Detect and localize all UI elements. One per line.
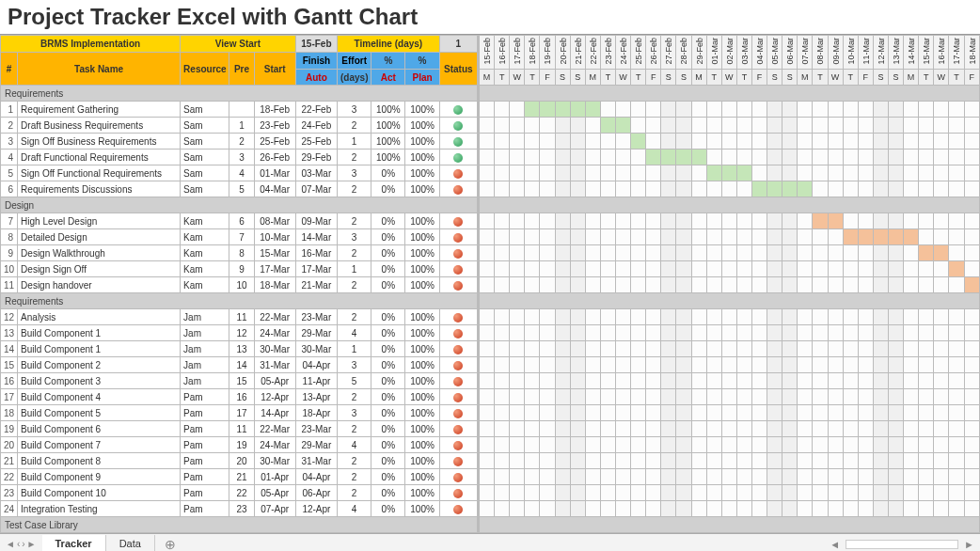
gantt-cell[interactable] [600, 277, 615, 293]
gantt-cell[interactable] [495, 469, 510, 485]
cell-finish[interactable]: 14-Mar [295, 229, 337, 245]
gantt-cell[interactable] [525, 437, 540, 453]
gantt-cell[interactable] [525, 118, 540, 134]
gantt-cell[interactable] [480, 405, 495, 421]
gantt-cell[interactable] [828, 245, 843, 261]
gantt-cell[interactable] [949, 421, 964, 437]
gantt-cell[interactable] [631, 501, 646, 517]
gantt-cell[interactable] [615, 181, 630, 197]
gantt-cell[interactable] [495, 501, 510, 517]
cell-name[interactable]: Build Component 4 [18, 389, 181, 405]
gantt-cell[interactable] [540, 102, 555, 118]
gantt-row[interactable] [480, 421, 980, 437]
gantt-cell[interactable] [646, 373, 661, 389]
cell-num[interactable]: 23 [1, 485, 18, 501]
gantt-cell[interactable] [888, 373, 903, 389]
gantt-cell[interactable] [934, 373, 949, 389]
gantt-cell[interactable] [934, 150, 949, 165]
gantt-cell[interactable] [570, 373, 585, 389]
gantt-cell[interactable] [525, 373, 540, 389]
gantt-cell[interactable] [767, 453, 782, 469]
cell-res[interactable]: Pam [181, 485, 229, 501]
gantt-cell[interactable] [676, 229, 691, 245]
cell-act[interactable]: 0% [371, 485, 405, 501]
gantt-cell[interactable] [570, 261, 585, 277]
gantt-cell[interactable] [691, 165, 706, 181]
gantt-cell[interactable] [525, 341, 540, 357]
cell-finish[interactable]: 12-Apr [295, 501, 337, 517]
cell-pre[interactable]: 5 [229, 181, 254, 197]
gantt-cell[interactable] [721, 277, 736, 293]
gantt-cell[interactable] [949, 181, 964, 197]
gantt-cell[interactable] [615, 501, 630, 517]
cell-finish[interactable]: 31-Mar [295, 453, 337, 469]
cell-plan[interactable]: 100% [405, 469, 439, 485]
timeline-value[interactable]: 1 [439, 36, 477, 53]
gantt-cell[interactable] [570, 134, 585, 150]
nav-prev-icon[interactable]: ‹ [17, 539, 20, 549]
cell-pre[interactable]: 11 [229, 309, 254, 325]
gantt-cell[interactable] [585, 213, 600, 229]
gantt-cell[interactable] [798, 165, 813, 181]
cell-num[interactable]: 24 [1, 501, 18, 517]
gantt-cell[interactable] [934, 421, 949, 437]
gantt-cell[interactable] [646, 118, 661, 134]
cell-start[interactable]: 24-Mar [254, 325, 295, 341]
cell-name[interactable]: Build Component 7 [18, 437, 181, 453]
gantt-cell[interactable] [631, 341, 646, 357]
gantt-cell[interactable] [904, 229, 919, 245]
gantt-cell[interactable] [600, 389, 615, 405]
gantt-cell[interactable] [843, 165, 858, 181]
gantt-cell[interactable] [646, 485, 661, 501]
gantt-cell[interactable] [510, 357, 525, 373]
gantt-cell[interactable] [949, 485, 964, 501]
cell-res[interactable]: Pam [181, 469, 229, 485]
gantt-cell[interactable] [555, 261, 570, 277]
gantt-cell[interactable] [661, 389, 676, 405]
gantt-cell[interactable] [964, 469, 980, 485]
gantt-cell[interactable] [736, 485, 751, 501]
gantt-cell[interactable] [706, 134, 721, 150]
scroll-right-icon[interactable]: ► [958, 539, 980, 550]
gantt-cell[interactable] [540, 181, 555, 197]
gantt-cell[interactable] [736, 437, 751, 453]
gantt-cell[interactable] [480, 373, 495, 389]
gantt-cell[interactable] [782, 309, 798, 325]
gantt-cell[interactable] [721, 373, 736, 389]
gantt-cell[interactable] [661, 277, 676, 293]
gantt-cell[interactable] [964, 213, 980, 229]
gantt-cell[interactable] [828, 357, 843, 373]
cell-num[interactable]: 11 [1, 277, 18, 293]
gantt-cell[interactable] [721, 181, 736, 197]
gantt-cell[interactable] [706, 277, 721, 293]
cell-act[interactable]: 0% [371, 389, 405, 405]
gantt-cell[interactable] [751, 325, 767, 341]
gantt-cell[interactable] [828, 373, 843, 389]
gantt-cell[interactable] [888, 245, 903, 261]
gantt-cell[interactable] [919, 469, 934, 485]
gantt-cell[interactable] [828, 102, 843, 118]
gantt-cell[interactable] [540, 309, 555, 325]
gantt-cell[interactable] [782, 150, 798, 165]
gantt-cell[interactable] [585, 437, 600, 453]
gantt-cell[interactable] [510, 165, 525, 181]
gantt-cell[interactable] [798, 501, 813, 517]
cell-effort[interactable]: 3 [338, 357, 371, 373]
gantt-cell[interactable] [570, 501, 585, 517]
gantt-cell[interactable] [510, 229, 525, 245]
cell-effort[interactable]: 2 [338, 213, 371, 229]
gantt-cell[interactable] [888, 437, 903, 453]
gantt-cell[interactable] [510, 501, 525, 517]
gantt-cell[interactable] [646, 389, 661, 405]
gantt-cell[interactable] [828, 277, 843, 293]
gantt-cell[interactable] [540, 469, 555, 485]
gantt-cell[interactable] [919, 325, 934, 341]
gantt-cell[interactable] [919, 485, 934, 501]
gantt-cell[interactable] [540, 437, 555, 453]
cell-effort[interactable]: 3 [338, 165, 371, 181]
cell-pre[interactable]: 14 [229, 357, 254, 373]
cell-num[interactable]: 9 [1, 245, 18, 261]
gantt-cell[interactable] [631, 150, 646, 165]
gantt-cell[interactable] [661, 261, 676, 277]
gantt-cell[interactable] [782, 405, 798, 421]
